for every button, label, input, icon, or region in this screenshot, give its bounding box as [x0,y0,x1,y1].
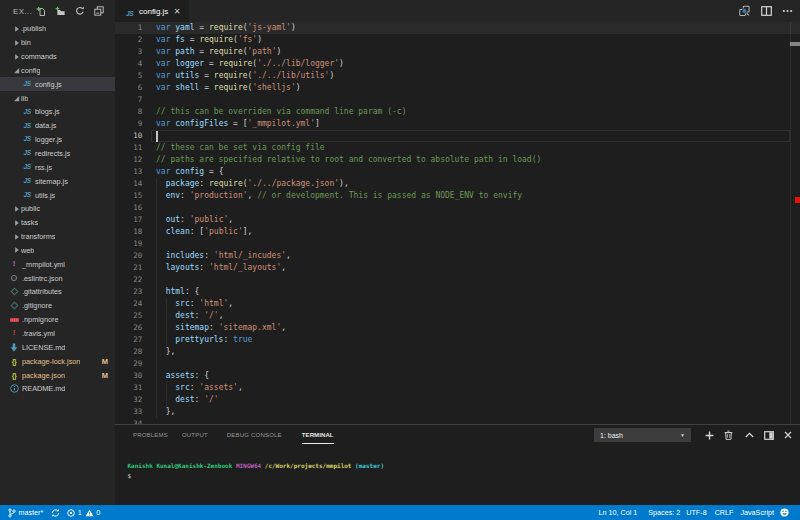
status-feedback[interactable] [780,508,789,517]
panel-tab-problems[interactable]: PROBLEMS [133,425,168,445]
code-line-27[interactable]: 27 prettyurls: true [115,334,800,346]
code-line-20[interactable]: 20 includes: 'html/_incudes', [115,250,800,262]
tree-file-config-js[interactable]: JSconfig.js [0,77,115,91]
code-line-29[interactable]: 29 [115,358,800,370]
plus-icon[interactable] [704,430,714,440]
code-line-15[interactable]: 15 env: 'production', // or development.… [115,190,800,202]
code-editor[interactable]: 1var yaml = require('js-yaml')2var fs = … [115,22,800,424]
panel-tab-output[interactable]: OUTPUT [182,425,208,445]
code-line-7[interactable]: 7 [115,94,800,106]
tree-folder-public[interactable]: public [0,202,115,216]
code-line-17[interactable]: 17 out: 'public', [115,214,800,226]
status-label: 1 [78,508,82,517]
code-line-25[interactable]: 25 dest: '/', [115,310,800,322]
tree-folder-publish[interactable]: .publish [0,22,115,36]
status-errors[interactable]: 1 [67,508,82,517]
tree-file-readme-md[interactable]: README.md [0,382,115,396]
code-line-22[interactable]: 22 [115,274,800,286]
tree-file-rss-js[interactable]: JSrss.js [0,160,115,174]
chevron-collapsed-icon [12,39,21,47]
status-git-branch[interactable]: master* [8,508,43,518]
tab-config-js[interactable]: JS config.js ✕ [115,0,189,22]
code-line-1[interactable]: 1var yaml = require('js-yaml') [115,22,800,34]
panel-tab-debug-console[interactable]: DEBUG CONSOLE [227,425,282,445]
code-line-13[interactable]: 13var config = { [115,166,800,178]
code-line-9[interactable]: 9var configFiles = ['_mmpilot.yml'] [115,118,800,130]
ellipsis-icon[interactable] [782,6,793,17]
code-line-16[interactable]: 16 [115,202,800,214]
tree-file-gitattributes[interactable]: .gitattributes [0,285,115,299]
code-line-5[interactable]: 5var utils = require('./../lib/utils') [115,70,800,82]
code-line-3[interactable]: 3var path = require('path') [115,46,800,58]
code-line-11[interactable]: 11// these can be set via config file [115,142,800,154]
code-line-24[interactable]: 24 src: 'html', [115,298,800,310]
tree-item-label: data.js [35,121,57,130]
tree-file-license-md[interactable]: LICENSE.md [0,340,115,354]
code-line-19[interactable]: 19 [115,238,800,250]
js-file-icon: JS [22,150,32,157]
status-cursor-position[interactable]: Ln 10, Col 1 [599,508,638,517]
tree-folder-config[interactable]: config [0,64,115,78]
code-line-12[interactable]: 12// paths are specified relative to roo… [115,154,800,166]
tree-item-label: logger.js [35,135,62,144]
status-eol[interactable]: CRLF [715,508,734,517]
code-line-26[interactable]: 26 sitemap: 'sitemap.xml', [115,322,800,334]
trash-icon[interactable] [724,430,734,440]
tree-file-blogs-js[interactable]: JSblogs.js [0,105,115,119]
tree-file-sitemap-js[interactable]: JSsitemap.js [0,174,115,188]
close-icon[interactable] [783,430,793,440]
code-line-23[interactable]: 23 html: { [115,286,800,298]
tree-folder-lib[interactable]: lib [0,91,115,105]
tree-folder-web[interactable]: web [0,244,115,258]
tree-file-eslintrc-json[interactable]: .eslintrc.json [0,271,115,285]
panel-tab-terminal[interactable]: TERMINAL [302,425,334,445]
chevron-up-icon[interactable] [744,430,754,440]
code-line-32[interactable]: 32 dest: '/' [115,394,800,406]
terminal-select[interactable]: 1: bash ▼ [594,428,691,442]
status-indentation[interactable]: Spaces: 2 [648,508,680,517]
refresh-icon[interactable] [75,6,85,16]
tree-file-npmignore[interactable]: .npmignore [0,313,115,327]
tree-folder-tasks[interactable]: tasks [0,216,115,230]
code-line-31[interactable]: 31 src: 'assets', [115,382,800,394]
tree-file-redirects-js[interactable]: JSredirects.js [0,147,115,161]
line-number: 9 [115,118,142,130]
bottom-panel: PROBLEMSOUTPUTDEBUG CONSOLETERMINAL 1: b… [115,424,800,505]
code-line-21[interactable]: 21 layouts: 'html/_layouts', [115,262,800,274]
tree-file-package-lock-json[interactable]: {}package-lock.jsonM [0,354,115,368]
split-editor-icon[interactable] [761,6,772,17]
status-encoding[interactable]: UTF-8 [686,508,706,517]
code-line-30[interactable]: 30 assets: { [115,370,800,382]
code-line-28[interactable]: 28 }, [115,346,800,358]
code-line-14[interactable]: 14 package: require('./../package.json')… [115,178,800,190]
status-sync[interactable] [51,508,60,518]
code-line-6[interactable]: 6var shell = require('shelljs') [115,82,800,94]
tree-file-data-js[interactable]: JSdata.js [0,119,115,133]
new-file-icon[interactable] [36,6,46,16]
tree-folder-transforms[interactable]: transforms [0,230,115,244]
split-panel-icon[interactable] [764,430,774,440]
code-line-8[interactable]: 8// this can be overriden via command li… [115,106,800,118]
code-line-18[interactable]: 18 clean: ['public'], [115,226,800,238]
line-number: 30 [115,370,142,382]
terminal-output[interactable]: Kanishk Kunal@Kanishk-Zenbook MINGW64 /c… [115,445,800,481]
tree-file-travis-yml[interactable]: !.travis.yml [0,327,115,341]
code-line-2[interactable]: 2var fs = require('fs') [115,34,800,46]
new-folder-icon[interactable] [55,6,65,16]
tree-folder-bin[interactable]: bin [0,36,115,50]
line-number: 32 [115,394,142,406]
code-line-4[interactable]: 4var logger = require('./../lib/logger') [115,58,800,70]
tree-file-mmpilot-yml[interactable]: !_mmpilot.yml [0,257,115,271]
tree-file-utils-js[interactable]: JSutils.js [0,188,115,202]
json-file-icon: {} [9,358,19,365]
tab-close-icon[interactable]: ✕ [173,7,181,16]
open-changes-icon[interactable] [739,6,750,17]
collapse-all-icon[interactable] [94,6,104,16]
tree-file-package-json[interactable]: {}package.jsonM [0,368,115,382]
tree-file-gitignore[interactable]: .gitignore [0,299,115,313]
status-warnings[interactable]: 0 [85,508,101,517]
status-language-mode[interactable]: JavaScript [740,508,774,517]
code-line-33[interactable]: 33 }, [115,406,800,418]
tree-file-logger-js[interactable]: JSlogger.js [0,133,115,147]
tree-folder-commands[interactable]: commands [0,50,115,64]
